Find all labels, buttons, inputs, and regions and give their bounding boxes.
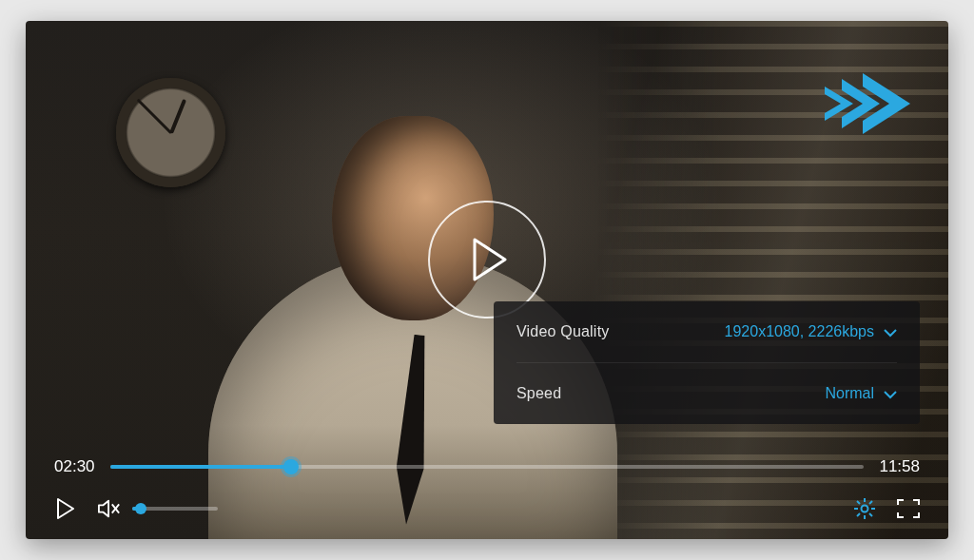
- right-controls: [853, 497, 920, 520]
- seek-thumb[interactable]: [283, 459, 299, 474]
- video-frame-wall-clock: [116, 78, 225, 187]
- volume-slider[interactable]: [132, 507, 218, 511]
- settings-label: Video Quality: [516, 323, 609, 340]
- chevron-down-icon: [884, 386, 897, 403]
- svg-line-15: [869, 501, 872, 504]
- chevron-down-icon: [884, 324, 897, 341]
- settings-row-speed[interactable]: Speed Normal: [516, 362, 897, 424]
- brand-logo-icon: [825, 73, 910, 138]
- controls-row: [54, 497, 920, 520]
- gear-icon: [853, 497, 876, 520]
- volume-control: [98, 497, 218, 520]
- svg-marker-3: [475, 240, 505, 280]
- play-icon: [471, 238, 509, 281]
- speed-select[interactable]: Normal: [825, 385, 897, 402]
- seek-slider[interactable]: [110, 465, 865, 469]
- settings-value: 1920x1080, 2226kbps: [725, 323, 874, 340]
- mute-icon: [98, 498, 121, 519]
- settings-value: Normal: [825, 385, 874, 402]
- video-player: Video Quality 1920x1080, 2226kbps Speed …: [26, 21, 948, 539]
- progress-row: 02:30 11:58: [54, 457, 920, 476]
- fullscreen-button[interactable]: [897, 497, 920, 520]
- control-bar: 02:30 11:58: [26, 457, 948, 539]
- seek-progress: [110, 465, 291, 469]
- svg-marker-4: [58, 499, 73, 518]
- svg-marker-5: [99, 501, 108, 517]
- svg-line-14: [869, 513, 872, 516]
- volume-thumb[interactable]: [135, 503, 146, 514]
- settings-button[interactable]: [853, 497, 876, 520]
- mute-button[interactable]: [98, 497, 121, 520]
- svg-point-8: [862, 506, 868, 512]
- play-icon: [56, 498, 75, 519]
- svg-line-13: [857, 501, 860, 504]
- settings-row-video-quality[interactable]: Video Quality 1920x1080, 2226kbps: [516, 301, 897, 362]
- settings-panel: Video Quality 1920x1080, 2226kbps Speed …: [494, 301, 920, 424]
- play-button[interactable]: [54, 497, 77, 520]
- left-controls: [54, 497, 218, 520]
- duration-time: 11:58: [879, 457, 920, 476]
- svg-line-16: [857, 513, 860, 516]
- video-quality-select[interactable]: 1920x1080, 2226kbps: [725, 323, 897, 340]
- settings-label: Speed: [516, 385, 561, 402]
- fullscreen-icon: [897, 499, 920, 518]
- current-time: 02:30: [54, 457, 95, 476]
